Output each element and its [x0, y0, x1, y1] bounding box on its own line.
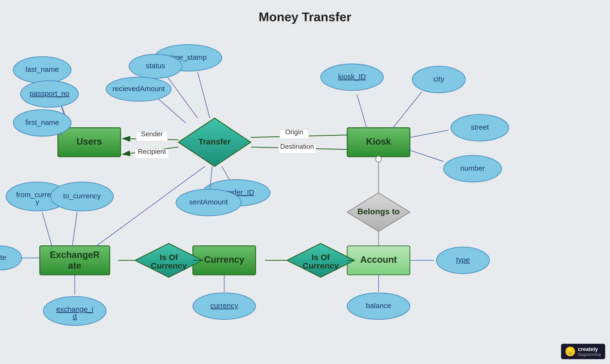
is-of-currency-right-label2: Currency — [303, 261, 338, 270]
attr-rate-text: rate — [0, 253, 6, 261]
currency-label: Currency — [204, 255, 245, 265]
attr-exchange-id-text2: d — [73, 312, 77, 320]
attr-number-text: number — [460, 164, 485, 172]
kiosk-label: Kiosk — [366, 136, 391, 147]
attr-to-currency-text: to_currency — [63, 192, 101, 200]
line-exchange-from — [42, 212, 52, 246]
is-of-currency-left-label2: Currency — [151, 261, 187, 270]
line-kiosk-number — [407, 149, 444, 161]
attr-type-text: type — [456, 256, 470, 264]
diagram-container: Money Transfer — [0, 0, 610, 364]
attr-firstname-text: first_name — [25, 118, 59, 126]
attr-recieved-text: recievedAmount — [113, 85, 165, 92]
diagram-svg: Users last_name passport_no first_name T… — [0, 0, 610, 364]
kiosk-circle — [376, 156, 381, 162]
recipient-label: Recipient — [138, 148, 166, 155]
origin-label: Origin — [285, 128, 303, 136]
attr-currency-text: currency — [210, 301, 238, 310]
watermark-text-block: creately Diagramming — [578, 346, 601, 357]
is-of-currency-left-label1: Is Of — [160, 253, 178, 262]
attr-kioskid-text: kiosk_ID — [338, 73, 366, 80]
attr-sentamount-text: sentAmount — [189, 198, 228, 206]
sender-label: Sender — [141, 130, 163, 138]
line-transfer-status — [168, 77, 198, 118]
line-exchange-to — [72, 212, 77, 246]
watermark-brand: creately — [578, 346, 601, 352]
line-kiosk-street — [410, 130, 448, 137]
exchange-label1: ExchangeR — [50, 250, 100, 260]
line-kiosk-city — [393, 91, 422, 128]
watermark: 💡 creately Diagramming — [561, 344, 605, 359]
attr-street-text: street — [471, 123, 489, 131]
line-transfer-recieved — [156, 96, 186, 123]
is-of-currency-right-label1: Is Of — [311, 253, 330, 262]
line-transfer-timestamp — [198, 72, 210, 118]
transfer-label: Transfer — [198, 137, 231, 146]
attr-city-text: city — [433, 75, 444, 83]
attr-from-currency-text2: y — [36, 198, 39, 206]
watermark-icon: 💡 — [565, 347, 575, 356]
attr-status-text: status — [146, 62, 165, 70]
account-label: Account — [360, 255, 397, 265]
watermark-sub: Diagramming — [578, 352, 601, 357]
attr-lastname-text: last_name — [26, 65, 59, 73]
users-label: Users — [77, 136, 102, 147]
destination-label: Destination — [280, 143, 314, 150]
exchange-label2: ate — [68, 260, 81, 271]
attr-exchange-id-text1: exchange_i — [56, 305, 93, 313]
belongs-label: Belongs to — [357, 207, 400, 216]
attr-balance-text: balance — [366, 301, 391, 310]
line-kiosk-id — [357, 94, 366, 128]
attr-passport-text: passport_no — [29, 90, 69, 97]
